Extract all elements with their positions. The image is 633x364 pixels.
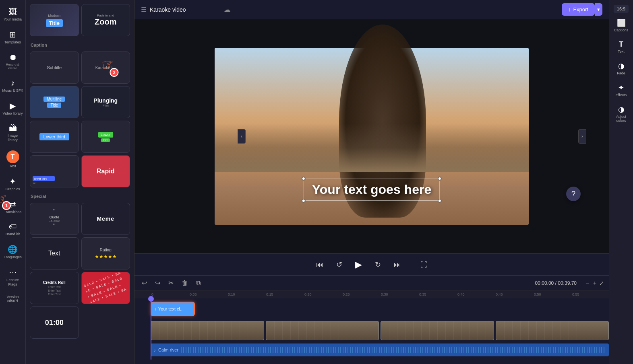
template-card-lower-third-green[interactable]: Lower third <box>81 121 130 153</box>
sidebar-item-graphics[interactable]: ✦ Graphics ☞ 1 <box>0 173 25 195</box>
sidebar-item-record[interactable]: ⏺ Record &create <box>0 49 25 74</box>
template-card-subtitle[interactable]: Subtitle <box>30 51 79 84</box>
template-card-credits[interactable]: Credits Roll Enter Text Enter Text Enter… <box>30 272 79 304</box>
play-button[interactable]: ▶ <box>352 258 365 271</box>
rs-item-adjust-colors[interactable]: ◑ Adjustcolors <box>611 103 631 125</box>
collapse-panel-button[interactable]: ‹ <box>238 129 246 144</box>
text-track-clip[interactable]: Ⅱ Your text cl... <box>151 302 195 316</box>
template-card-modern-title[interactable]: Modern Title <box>30 4 79 36</box>
caption-grid: Subtitle Karaoke t... Add to timeline ☞ … <box>26 50 134 189</box>
languages-icon: 🌐 <box>8 245 18 254</box>
template-card-quote[interactable]: " Quote - Author " <box>30 203 79 235</box>
transitions-icon: ⇄ <box>9 199 16 209</box>
top-title-grid: Modern Title Fade in and Zoom <box>26 0 134 38</box>
sidebar-item-templates[interactable]: ⊞ Templates <box>0 27 25 48</box>
export-dropdown-button[interactable]: ▾ <box>595 3 602 16</box>
template-card-lower-third2[interactable]: lower third set <box>30 155 79 187</box>
export-button-group: ↑ Export ▾ <box>562 3 602 16</box>
text-overlay-container[interactable]: Your text goes here <box>304 179 440 201</box>
video-clip-1[interactable] <box>151 321 264 340</box>
collapse-right-panel-button[interactable]: › <box>578 129 586 144</box>
header: ☰ ☁ ↑ Export ▾ <box>134 0 609 19</box>
time-display: 00:00.00 / 00:39.70 <box>535 280 577 286</box>
video-library-icon: ▶ <box>10 101 16 111</box>
sidebar-item-music[interactable]: ♪ Music & SFX <box>0 75 25 96</box>
skip-back-button[interactable]: ⏮ <box>313 259 327 271</box>
sidebar-item-languages[interactable]: 🌐 Languages <box>0 241 25 263</box>
timeline-playhead[interactable] <box>151 298 151 360</box>
rs-item-text[interactable]: T Text <box>611 38 631 56</box>
aspect-ratio-button[interactable]: 16:9 <box>614 5 629 13</box>
sidebar-item-media[interactable]: 🖼 Your media <box>0 4 25 25</box>
resize-handle-tl[interactable] <box>302 177 306 181</box>
caption-section-label: Caption <box>26 38 134 50</box>
text-track-row: Ⅱ Your text cl... <box>134 300 609 319</box>
sidebar-item-video-library[interactable]: ▶ Video library <box>0 98 25 119</box>
zoom-controls: － ＋ ⤢ <box>585 280 604 287</box>
image-library-icon: 🏔 <box>9 123 17 133</box>
sidebar-item-text[interactable]: T Text <box>0 147 25 172</box>
video-clip-3[interactable] <box>381 321 494 340</box>
help-button[interactable]: ? <box>566 187 581 201</box>
rs-item-effects[interactable]: ✦ Effects <box>611 81 631 99</box>
audio-track-row: ♪ Calm river <box>134 342 609 358</box>
video-frame: Your text goes here <box>215 48 529 225</box>
sidebar-item-brand-kit[interactable]: 🏷 Brand kit <box>0 219 25 240</box>
export-button[interactable]: ↑ Export <box>562 3 595 16</box>
video-clips-row <box>151 321 609 340</box>
special-grid: " Quote - Author " Meme Text Rating ★★★★… <box>26 201 134 340</box>
template-card-lower-third-blue[interactable]: Lower third <box>30 121 79 153</box>
copy-button[interactable]: ⧉ <box>194 279 203 288</box>
zoom-in-button[interactable]: ＋ <box>592 280 598 287</box>
text-overlay[interactable]: Your text goes here <box>304 179 440 201</box>
effects-icon: ✦ <box>618 83 624 92</box>
template-card-zoom[interactable]: Fade in and Zoom <box>81 4 130 36</box>
forward-button[interactable]: ↻ <box>372 259 384 271</box>
ruler-marks: 0 0:05 0:10 0:15 0:20 0:25 0:30 0:35 0:4… <box>151 292 609 296</box>
template-card-rapid[interactable]: Rapid <box>81 155 130 187</box>
undo-button[interactable]: ↩ <box>139 278 149 288</box>
rs-item-fade[interactable]: ◑ Fade <box>611 59 631 78</box>
video-clip-4[interactable] <box>496 321 609 340</box>
left-sidebar: 🖼 Your media ⊞ Templates ⏺ Record &creat… <box>0 0 26 364</box>
cut-button[interactable]: ✂ <box>166 278 176 288</box>
text-panel: Modern Title Fade in and Zoom Caption Su… <box>26 0 134 364</box>
record-icon: ⏺ <box>9 53 17 62</box>
video-clip-2[interactable] <box>266 321 379 340</box>
rs-text-icon: T <box>619 40 623 49</box>
project-name-input[interactable] <box>150 6 220 13</box>
fit-button[interactable]: ⤢ <box>599 280 604 287</box>
zoom-out-button[interactable]: － <box>585 280 590 287</box>
captions-icon: ⬜ <box>617 19 626 27</box>
audio-clip[interactable]: ♪ Calm river <box>151 343 609 356</box>
sidebar-item-feature-flags[interactable]: ⋯ FeatureFlags <box>0 264 25 290</box>
main-area: ☰ ☁ ↑ Export ▾ <box>134 0 609 364</box>
template-card-multiline[interactable]: Multiline Title <box>30 86 79 118</box>
skip-forward-button[interactable]: ⏭ <box>391 259 404 271</box>
sidebar-item-transitions[interactable]: ⇄ Transitions <box>0 196 25 218</box>
hamburger-icon[interactable]: ☰ <box>141 6 147 13</box>
mountains <box>215 123 529 172</box>
rewind-button[interactable]: ↺ <box>333 259 345 271</box>
rs-item-captions[interactable]: ⬜ Captions <box>611 16 631 35</box>
cloud-save-icon[interactable]: ☁ <box>223 5 231 14</box>
template-card-text-simple[interactable]: Text <box>30 237 79 269</box>
template-card-sale[interactable]: SALE • SALE • SA LE • SALE • SALE • SALE… <box>81 272 130 304</box>
fullscreen-button[interactable]: ⛶ <box>417 259 431 271</box>
template-card-karaoke[interactable]: Karaoke t... Add to timeline ☞ 2 <box>81 51 130 84</box>
feature-flags-icon: ⋯ <box>9 267 17 277</box>
template-card-timer[interactable]: 01:00 <box>30 306 79 339</box>
right-sidebar: 16:9 ⬜ Captions T Text ◑ Fade ✦ Effects … <box>609 0 633 364</box>
delete-button[interactable]: 🗑 <box>179 279 190 288</box>
redo-button[interactable]: ↪ <box>153 278 163 288</box>
template-card-plunging[interactable]: Plunging Film <box>81 86 130 118</box>
template-card-rating[interactable]: Rating ★★★★★ <box>81 237 130 269</box>
brand-kit-icon: 🏷 <box>9 222 17 231</box>
export-icon: ↑ <box>568 6 571 12</box>
timeline-tracks: Ⅱ Your text cl... ♪ Calm river <box>134 298 609 360</box>
resize-handle-bl[interactable] <box>302 199 306 203</box>
text-clip-icon: Ⅱ <box>155 307 157 311</box>
template-card-meme[interactable]: Meme <box>81 203 130 235</box>
sidebar-item-image-library[interactable]: 🏔 Imagelibrary <box>0 120 25 146</box>
timeline-area: ↩ ↪ ✂ 🗑 ⧉ 00:00.00 / 00:39.70 － ＋ ⤢ 0 0:… <box>134 276 609 364</box>
